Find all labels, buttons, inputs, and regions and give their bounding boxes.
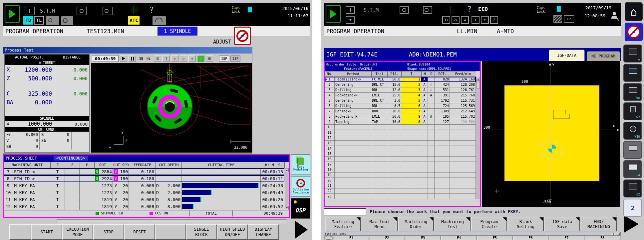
toolbar-exit-button[interactable] xyxy=(623,141,642,159)
mac-order-row[interactable]: 2 Centering DRL.CT 15.0 2 A A 424 128.20… xyxy=(325,82,476,87)
solid-view-icon[interactable]: ◆ xyxy=(171,55,178,62)
function-key[interactable]: F4 xyxy=(441,236,477,240)
fkey-button[interactable]: Machining Feature xyxy=(325,217,361,231)
mac-order-empty-row[interactable]: 10 xyxy=(325,125,476,130)
toolbar-w6-button[interactable]: W6 xyxy=(623,83,642,101)
scroll-down-icon[interactable]: ▼ xyxy=(285,206,289,210)
spindle1-icon[interactable] xyxy=(400,6,409,14)
more-fkeys-arrow[interactable] xyxy=(624,215,639,233)
tab-igf-data[interactable]: IGF-DATA xyxy=(549,50,585,61)
function-key[interactable]: F2 xyxy=(370,236,405,240)
mac-order-empty-row[interactable]: 16 xyxy=(325,157,476,162)
mac-order-empty-row[interactable]: 17 xyxy=(325,162,476,167)
user-icon[interactable]: A xyxy=(611,12,618,21)
toolbar-calculator-button[interactable]: S4 xyxy=(623,160,642,178)
function-key[interactable]: F1 xyxy=(334,236,369,240)
easy-modeling-button[interactable]: Easy Modeling xyxy=(291,154,310,175)
function-key[interactable]: F7 xyxy=(549,236,584,240)
seq1-icon[interactable]: 1↓ xyxy=(442,16,450,24)
toolbar-eco-monitor-button[interactable] xyxy=(623,64,642,82)
crosshair-icon[interactable] xyxy=(129,5,139,15)
tool-measure-icon-1[interactable] xyxy=(46,16,59,25)
mac-order-empty-row[interactable]: 14 xyxy=(325,146,476,151)
high-speed-button[interactable]: HIGH SPEED ON/OFF xyxy=(217,224,248,240)
softkey-blank-2[interactable] xyxy=(155,224,186,240)
tl-mode-icon[interactable]: TL xyxy=(34,16,44,25)
wire-view-icon[interactable]: ◇ xyxy=(180,55,187,62)
mac-order-empty-row[interactable]: 23 xyxy=(325,194,476,199)
more-softkeys-arrow[interactable] xyxy=(295,221,308,239)
process-sheet-row[interactable]: 8 FIN ID > T S2924 V180 0.180 00:00:11 xyxy=(4,175,284,182)
tab-nc-program[interactable]: NC PROGRAM xyxy=(587,51,620,61)
toolbar-page2-button[interactable]: 2 xyxy=(623,199,642,217)
fkey-button[interactable]: Machining Order xyxy=(398,217,434,231)
atc-icon[interactable]: ATC xyxy=(128,16,140,25)
fkey-button[interactable]: Blank Setting xyxy=(508,217,544,231)
hatch-icon[interactable] xyxy=(553,15,562,23)
crosshair-icon[interactable] xyxy=(446,5,456,15)
blank-view-icon[interactable]: ◈ xyxy=(188,55,196,62)
mac-order-empty-row[interactable]: 22 xyxy=(325,188,476,194)
sp2-tab[interactable]: 2SP xyxy=(230,56,240,61)
zoom-fit-icon[interactable]: ⊞ xyxy=(206,55,213,62)
mac-order-row[interactable]: 1 Facemilling-R FC.MIL 50.0 1 A 828 1324… xyxy=(325,77,476,82)
scroll-thumb[interactable] xyxy=(476,81,480,88)
sb-toggle[interactable]: SB xyxy=(139,57,143,60)
seq2-icon[interactable]: 2↓ xyxy=(452,16,460,24)
home-button[interactable]: ⌂ xyxy=(625,2,643,21)
sp1-tab[interactable]: 1SP xyxy=(219,56,229,61)
download-icon[interactable]: ▼ xyxy=(346,16,355,24)
sheet-scrollbar[interactable]: ▲ ▼ xyxy=(285,168,289,210)
x-lock-icon[interactable]: X xyxy=(472,16,480,24)
collision-avoidance-button[interactable]: ⇄ xyxy=(625,23,643,41)
function-key[interactable]: F5 xyxy=(477,236,512,240)
stop-button[interactable]: STOP xyxy=(93,224,124,240)
fkey-button[interactable]: Mac-Tool Menu xyxy=(362,217,398,231)
sim-viewport[interactable]: X Z Y 22.086 xyxy=(91,63,252,153)
active-view-icon[interactable]: ◆ xyxy=(197,55,204,62)
process-sheet-row[interactable]: 10 M KEY FA T S1273 V20 0.008 D2.000 00:… xyxy=(4,189,284,196)
toolbar-settings-button[interactable]: ⚙ xyxy=(623,45,642,62)
process-sheet-row[interactable]: 7 FIN ID < T S2884 V180 0.180 00:00:13 xyxy=(4,168,284,175)
mac-order-empty-row[interactable]: 18 xyxy=(325,167,476,173)
mac-order-row[interactable]: 9 Tapping TAP 10.0 8 A 127 190.500 xyxy=(325,119,476,125)
process-sheet-row[interactable]: 9 M KEY FA T S1273 V20 0.008 D2.000 00:2… xyxy=(4,182,284,189)
single-block-button[interactable]: SINGLE BLOCK xyxy=(186,224,217,240)
toolbar-g2-button[interactable]: G2 xyxy=(623,180,642,197)
fkey-button[interactable]: Program Create xyxy=(471,217,507,231)
stm-key-icon[interactable]: STM xyxy=(564,15,574,23)
function-key[interactable]: F3 xyxy=(406,236,441,240)
mac-order-row[interactable]: 8 Pocketing-R EMIL 50.0 9 A A 195 115.70… xyxy=(325,114,476,119)
softkey-blank-1[interactable] xyxy=(9,224,31,240)
mac-order-empty-row[interactable]: 15 xyxy=(325,151,476,157)
mac-order-row[interactable]: 4 Pocketing-R EMIL 25.0 4 A A 391 215.76… xyxy=(325,93,476,98)
execution-mode-button[interactable]: EXECUTION MODE xyxy=(62,224,93,240)
mac-order-empty-row[interactable]: 19 xyxy=(325,173,476,178)
turret-icon[interactable] xyxy=(346,6,355,14)
tool-icon[interactable]: T xyxy=(162,55,170,62)
start-button[interactable]: START xyxy=(31,224,62,240)
table-scrollbar[interactable]: ▲ xyxy=(476,77,480,199)
spindle1-icon[interactable] xyxy=(77,7,87,15)
reset-button[interactable]: RESET xyxy=(124,224,155,240)
mac-order-empty-row[interactable]: 20 xyxy=(325,178,476,183)
fkey-button[interactable]: Machining Test xyxy=(435,217,471,231)
fkey-button[interactable]: END/ MACHINING xyxy=(581,217,617,231)
hand-icon[interactable]: ⇌ xyxy=(461,16,469,24)
tool-measure-icon-2[interactable] xyxy=(61,16,73,25)
maximize-icon[interactable] xyxy=(613,233,616,235)
display-change-button[interactable]: DISPLAY CHANGE xyxy=(248,224,279,240)
process-sheet-row[interactable]: 11 M KEY FA T S1819 V20 0.008 D8.000 00:… xyxy=(4,196,284,203)
z-lock-icon[interactable]: Z xyxy=(490,16,498,24)
mac-order-row[interactable]: 5 Centering DRL.CT 3.0 5 A 1792 115.731 xyxy=(325,98,476,103)
scroll-up-icon[interactable]: ▲ xyxy=(285,168,289,172)
sim-pause-button[interactable] xyxy=(129,55,136,62)
spindle2-icon[interactable] xyxy=(103,7,113,15)
prompt-input[interactable] xyxy=(324,208,366,215)
shape-preview-area[interactable]: Y X 500 500 -500 xyxy=(482,61,620,207)
function-key[interactable]: F8 xyxy=(585,236,620,240)
mac-order-empty-row[interactable]: 12 xyxy=(325,135,476,141)
help-icon[interactable]: ? xyxy=(149,5,154,15)
mac-order-empty-row[interactable]: 11 xyxy=(325,130,476,135)
collision-avoidance-button[interactable]: ⇄ Collision Avoidance xyxy=(291,176,310,197)
